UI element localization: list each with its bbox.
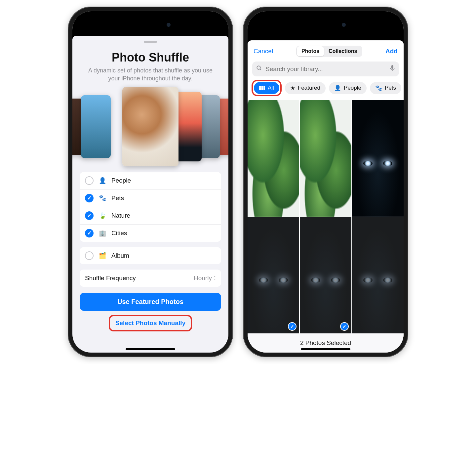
star-icon: ★ <box>290 85 295 92</box>
use-featured-photos-button[interactable]: Use Featured Photos <box>80 293 221 311</box>
filter-chip-people[interactable]: 👤People <box>329 82 367 94</box>
svg-rect-4 <box>259 86 261 88</box>
grid-icon <box>259 86 265 90</box>
shuffle-frequency-row[interactable]: Shuffle Frequency Hourly ⌃⌄ <box>80 270 221 287</box>
category-list: 👤People🐾Pets🍃Nature🏢Cities <box>80 172 221 242</box>
cancel-button[interactable]: Cancel <box>254 48 273 55</box>
stack-icon: 🗂️ <box>99 252 106 259</box>
mic-icon[interactable] <box>390 65 395 73</box>
selected-check-icon: ✓ <box>340 322 349 331</box>
radio-checked-icon[interactable] <box>85 211 94 220</box>
filter-chip-all[interactable]: All <box>254 82 279 94</box>
tutorial-callout: All <box>252 80 282 96</box>
screen-right: Cancel PhotosCollections Add All★Feature… <box>248 11 404 353</box>
add-button[interactable]: Add <box>385 48 398 55</box>
frequency-label: Shuffle Frequency <box>85 275 136 282</box>
person-circle-icon: 👤 <box>334 85 341 92</box>
dynamic-island <box>301 19 350 31</box>
svg-rect-7 <box>259 88 261 90</box>
frequency-value: Hourly <box>194 275 212 282</box>
chip-label: All <box>268 85 274 91</box>
dynamic-island <box>126 19 175 31</box>
album-row[interactable]: 🗂️ Album <box>80 247 221 264</box>
radio-unchecked-icon[interactable] <box>85 251 94 260</box>
svg-rect-5 <box>261 86 263 88</box>
chip-label: Featured <box>298 85 320 91</box>
search-input[interactable] <box>265 65 386 73</box>
category-row-people[interactable]: 👤People <box>80 172 221 189</box>
filter-chip-featured[interactable]: ★Featured <box>285 82 326 94</box>
photo-picker-sheet: Cancel PhotosCollections Add All★Feature… <box>248 40 404 353</box>
category-label: Pets <box>111 194 124 202</box>
preview-card <box>81 95 111 158</box>
source-segmented-control[interactable]: PhotosCollections <box>296 46 362 57</box>
radio-checked-icon[interactable] <box>85 194 94 202</box>
chip-label: People <box>344 85 361 91</box>
svg-rect-2 <box>391 65 393 69</box>
photo-thumbnail[interactable] <box>352 217 404 334</box>
photo-thumbnail[interactable]: ✓ <box>300 217 351 334</box>
photo-grid: ✓✓ <box>248 100 404 333</box>
sheet-grabber[interactable] <box>144 41 157 43</box>
segment-collections[interactable]: Collections <box>324 46 362 56</box>
search-icon <box>256 65 262 73</box>
radio-unchecked-icon[interactable] <box>85 176 94 185</box>
building-icon: 🏢 <box>99 230 106 237</box>
picker-topbar: Cancel PhotosCollections Add <box>248 40 404 60</box>
tutorial-callout: Select Photos Manually <box>109 315 192 331</box>
category-row-nature[interactable]: 🍃Nature <box>80 207 221 224</box>
screen-left: Photo Shuffle A dynamic set of photos th… <box>72 11 228 353</box>
updown-chevron-icon: ⌃⌄ <box>213 277 216 280</box>
album-list: 🗂️ Album <box>80 247 221 264</box>
photo-thumbnail[interactable]: ✓ <box>248 217 299 334</box>
paw-icon: 🐾 <box>99 194 106 202</box>
album-label: Album <box>111 252 129 259</box>
preview-card-front <box>122 87 178 166</box>
segment-photos[interactable]: Photos <box>297 46 324 56</box>
home-indicator[interactable] <box>301 348 350 350</box>
phone-frame-right: Cancel PhotosCollections Add All★Feature… <box>243 7 408 357</box>
chip-label: Pets <box>385 85 396 91</box>
person-icon: 👤 <box>99 177 106 184</box>
sheet-title: Photo Shuffle <box>80 51 221 64</box>
category-label: People <box>111 177 131 184</box>
filter-chip-pets[interactable]: 🐾Pets <box>370 82 401 94</box>
paw-icon: 🐾 <box>375 85 382 92</box>
photo-shuffle-sheet: Photo Shuffle A dynamic set of photos th… <box>72 36 228 353</box>
photo-thumbnail[interactable] <box>300 100 351 217</box>
select-photos-manually-button[interactable]: Select Photos Manually <box>112 317 189 329</box>
category-label: Cities <box>111 230 127 237</box>
svg-rect-6 <box>263 86 265 88</box>
category-row-pets[interactable]: 🐾Pets <box>80 189 221 207</box>
radio-checked-icon[interactable] <box>85 229 94 237</box>
svg-line-1 <box>260 69 261 70</box>
svg-rect-8 <box>261 88 263 90</box>
search-bar[interactable] <box>252 62 399 76</box>
filter-chips: All★Featured👤People🐾Pets🍃N <box>248 80 404 100</box>
svg-point-0 <box>257 66 260 69</box>
photo-thumbnail[interactable] <box>352 100 404 217</box>
shuffle-preview <box>80 85 221 168</box>
sheet-subtitle: A dynamic set of photos that shuffle as … <box>80 66 221 83</box>
photo-thumbnail[interactable] <box>248 100 299 217</box>
category-label: Nature <box>111 212 130 219</box>
svg-rect-9 <box>263 88 265 90</box>
leaf-icon: 🍃 <box>99 212 106 219</box>
home-indicator[interactable] <box>126 348 175 350</box>
category-row-cities[interactable]: 🏢Cities <box>80 224 221 242</box>
selected-check-icon: ✓ <box>288 322 297 331</box>
phone-frame-left: Photo Shuffle A dynamic set of photos th… <box>68 7 233 357</box>
